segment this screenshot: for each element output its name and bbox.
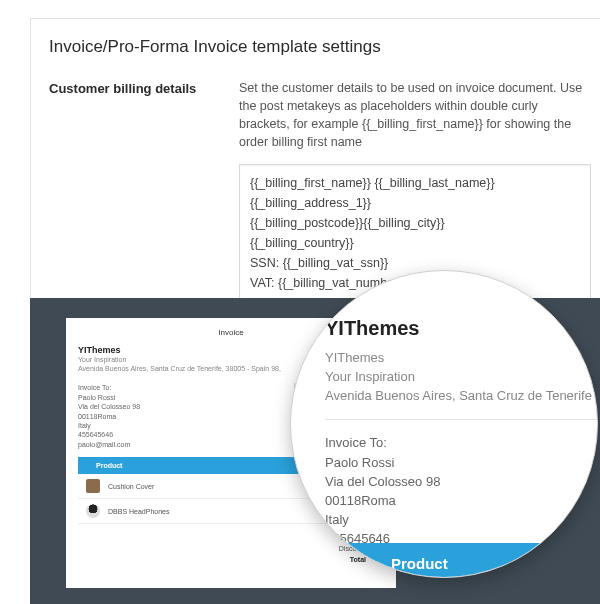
- invoice-totals: Subtotal Discount Total: [78, 532, 384, 565]
- lens-content: From: YIThemes YIThemes Your Inspiration…: [325, 293, 598, 567]
- settings-title: Invoice/Pro-Forma Invoice template setti…: [49, 37, 591, 57]
- invoice-to-line: 455645646: [78, 430, 294, 439]
- invoice-to-line: 00118Roma: [78, 412, 294, 421]
- product-name: Cushion Cover: [108, 483, 310, 490]
- product-name: DBBS HeadPhones: [108, 508, 310, 515]
- product-thumb-icon: [86, 504, 100, 518]
- lens-to-heading: Invoice To:: [325, 434, 598, 453]
- invoice-to-heading: Invoice To:: [78, 383, 294, 392]
- col-product: Product: [86, 462, 310, 469]
- lens-to-line: Italy: [325, 511, 598, 530]
- invoice-to-line: Paolo Rossi: [78, 393, 294, 402]
- invoice-to-block: Invoice To: Paolo Rossi Via del Colosseo…: [78, 383, 294, 449]
- invoice-to-line: paolo@mail.com: [78, 440, 294, 449]
- invoice-to-line: Via del Colosseo 98: [78, 402, 294, 411]
- invoice-to-line: Italy: [78, 421, 294, 430]
- lens-sub-line: YIThemes: [325, 349, 598, 368]
- lens-to-line: Paolo Rossi: [325, 454, 598, 473]
- settings-description: Set the customer details to be used on i…: [239, 79, 591, 152]
- lens-sub-line: Avenida Buenos Aires, Santa Cruz de Tene…: [325, 387, 598, 406]
- lens-to-line: Via del Colosseo 98: [325, 473, 598, 492]
- product-thumb-icon: [86, 479, 100, 493]
- lens-to-line: 00118Roma: [325, 492, 598, 511]
- divider: [325, 419, 598, 420]
- magnifier-lens: From: YIThemes YIThemes Your Inspiration…: [290, 270, 598, 578]
- lens-sub-line: Your Inspiration: [325, 368, 598, 387]
